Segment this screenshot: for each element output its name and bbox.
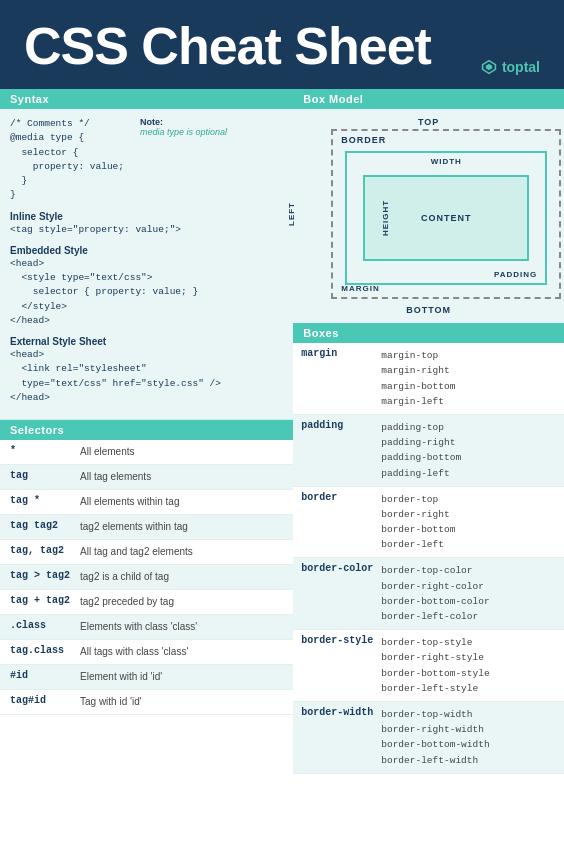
selector-key: * (10, 445, 80, 456)
toptal-logo: toptal (481, 59, 540, 75)
box-values: border-top-colorborder-right-colorborder… (381, 563, 489, 624)
selector-key: tag + tag2 (10, 595, 80, 606)
external-style-code: <head> <link rel="stylesheet" type="text… (10, 348, 283, 405)
page-title: CSS Cheat Sheet (24, 18, 540, 75)
left-column: Syntax /* Comments */ @media type { sele… (0, 89, 293, 774)
box-key: padding (301, 420, 381, 431)
svg-marker-1 (486, 64, 492, 70)
box-row: border border-topborder-rightborder-bott… (293, 487, 564, 559)
bm-margin-label: MARGIN (341, 284, 379, 293)
box-values: padding-toppadding-rightpadding-bottompa… (381, 420, 461, 481)
embedded-style-code: <head> <style type="text/css"> selector … (10, 257, 283, 328)
note-text: media type is optional (140, 127, 227, 137)
selector-value: All elements (80, 445, 134, 459)
selector-row: tag All tag elements (0, 465, 293, 490)
selector-row: tag > tag2 tag2 is a child of tag (0, 565, 293, 590)
box-row: border-color border-top-colorborder-righ… (293, 558, 564, 630)
selector-row: tag, tag2 All tag and tag2 elements (0, 540, 293, 565)
page-header: CSS Cheat Sheet toptal (0, 0, 564, 89)
brand-name: toptal (502, 59, 540, 75)
bm-height-label: HEIGHT (381, 200, 390, 236)
embedded-style-item: Embedded Style <head> <style type="text/… (10, 245, 283, 328)
selector-value: tag2 is a child of tag (80, 570, 169, 584)
boxes-section: margin margin-topmargin-rightmargin-bott… (293, 343, 564, 774)
embedded-style-label: Embedded Style (10, 245, 283, 256)
selectors-section: * All elements tag All tag elements tag … (0, 440, 293, 715)
bm-inner-wrap: PADDING WIDTH HEIGHT CONTENT (345, 151, 547, 285)
selector-row: tag + tag2 tag2 preceded by tag (0, 590, 293, 615)
selector-value: tag2 elements within tag (80, 520, 188, 534)
selector-value: tag2 preceded by tag (80, 595, 174, 609)
selector-row: tag.class All tags with class 'class' (0, 640, 293, 665)
note-label: Note: (140, 117, 227, 127)
box-row: margin margin-topmargin-rightmargin-bott… (293, 343, 564, 415)
selector-key: tag > tag2 (10, 570, 80, 581)
selector-key: tag tag2 (10, 520, 80, 531)
syntax-section-header: Syntax (0, 89, 293, 109)
inline-style-label: Inline Style (10, 211, 283, 222)
box-model-section-header: Box Model (293, 89, 564, 109)
box-row: border-style border-top-styleborder-righ… (293, 630, 564, 702)
bm-width-label: WIDTH (431, 157, 462, 166)
bm-border-label: BORDER (341, 135, 386, 145)
bm-left-label: LEFT (287, 202, 296, 226)
selector-value: Element with id 'id' (80, 670, 162, 684)
bm-outer-box: BORDER MARGIN PADDING WIDTH HEIGHT CONTE… (331, 129, 561, 299)
selector-key: tag.class (10, 645, 80, 656)
box-key: border-style (301, 635, 381, 646)
bm-top-label: TOP (301, 117, 556, 127)
box-values: border-top-styleborder-right-styleborder… (381, 635, 489, 696)
box-values: border-top-widthborder-right-widthborder… (381, 707, 489, 768)
bm-content-box: HEIGHT CONTENT (363, 175, 529, 261)
selector-key: tag (10, 470, 80, 481)
selector-key: .class (10, 620, 80, 631)
selector-value: All tag elements (80, 470, 151, 484)
external-style-label: External Style Sheet (10, 336, 283, 347)
box-row: padding padding-toppadding-rightpadding-… (293, 415, 564, 487)
selector-value: All tags with class 'class' (80, 645, 188, 659)
selectors-section-header: Selectors (0, 420, 293, 440)
selector-row: tag#id Tag with id 'id' (0, 690, 293, 715)
box-key: margin (301, 348, 381, 359)
box-model-diagram: LEFT BORDER MARGIN PADDING WIDTH HEIGHT … (301, 129, 564, 299)
selector-row: tag tag2 tag2 elements within tag (0, 515, 293, 540)
box-model-section: TOP LEFT BORDER MARGIN PADDING WIDTH HEI… (293, 109, 564, 323)
boxes-section-header: Boxes (293, 323, 564, 343)
selector-key: #id (10, 670, 80, 681)
syntax-comment-block: /* Comments */ @media type { selector { … (10, 117, 124, 203)
selector-value: All tag and tag2 elements (80, 545, 193, 559)
external-style-item: External Style Sheet <head> <link rel="s… (10, 336, 283, 405)
selector-row: tag * All elements within tag (0, 490, 293, 515)
bm-bottom-label: BOTTOM (301, 305, 556, 315)
bm-padding-label: PADDING (494, 270, 537, 279)
toptal-icon (481, 59, 497, 75)
selector-value: All elements within tag (80, 495, 180, 509)
main-content: Syntax /* Comments */ @media type { sele… (0, 89, 564, 774)
selector-row: .class Elements with class 'class' (0, 615, 293, 640)
selector-key: tag#id (10, 695, 80, 706)
selector-key: tag * (10, 495, 80, 506)
inline-style-code: <tag style="property: value;"> (10, 223, 283, 237)
syntax-section: /* Comments */ @media type { selector { … (0, 109, 293, 420)
right-column: Box Model TOP LEFT BORDER MARGIN PADDING… (293, 89, 564, 774)
selector-row: #id Element with id 'id' (0, 665, 293, 690)
inline-style-item: Inline Style <tag style="property: value… (10, 211, 283, 237)
bm-content-label: CONTENT (421, 213, 472, 223)
box-values: border-topborder-rightborder-bottomborde… (381, 492, 455, 553)
selector-key: tag, tag2 (10, 545, 80, 556)
box-values: margin-topmargin-rightmargin-bottommargi… (381, 348, 455, 409)
box-key: border-width (301, 707, 381, 718)
box-row: border-width border-top-widthborder-righ… (293, 702, 564, 774)
selector-value: Tag with id 'id' (80, 695, 142, 709)
selector-value: Elements with class 'class' (80, 620, 197, 634)
box-key: border (301, 492, 381, 503)
box-key: border-color (301, 563, 381, 574)
selector-row: * All elements (0, 440, 293, 465)
